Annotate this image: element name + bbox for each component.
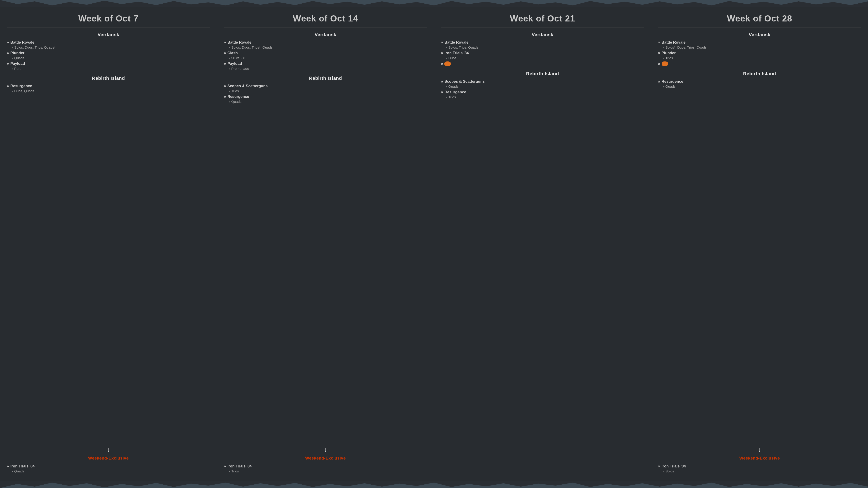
mode-item-2-0-1: »Iron Trials '84›Duos: [441, 51, 644, 60]
week-title-2: Week of Oct 21: [441, 13, 644, 24]
spacer: [658, 93, 861, 442]
mode-sub-1-0-2: ›Promenade: [224, 67, 427, 70]
mode-name-0-0-1: »Plunder: [7, 51, 210, 55]
mode-name-3-1-0: »Resurgence: [658, 79, 861, 84]
map-title-3-0: Verdansk: [658, 32, 861, 37]
mode-sub-2-1-1: ›Trios: [441, 95, 644, 99]
pumpkin-icon: [444, 61, 451, 66]
mode-item-0-0-2: »Payload›Port: [7, 61, 210, 70]
mode-sub-1-1-1: ›Quads: [224, 100, 427, 103]
weekend-mode-item-0-0: »Iron Trials '84›Quads: [7, 464, 210, 473]
divider: [658, 28, 861, 28]
spacer: [224, 108, 427, 442]
map-section-0-0: Verdansk»Battle Royale›Solos, Duos, Trio…: [7, 32, 210, 72]
mode-item-3-1-0: »Resurgence›Quads: [658, 79, 861, 88]
map-title-1-1: Rebirth Island: [224, 75, 427, 81]
mode-sub-1-1-0: ›Trios: [224, 89, 427, 93]
map-title-2-1: Rebirth Island: [441, 71, 644, 76]
mode-item-2-0-0: »Battle Royale›Solos, Trios, Quads: [441, 40, 644, 49]
mode-item-1-1-0: »Scopes & Scatterguns›Trios: [224, 84, 427, 93]
mode-sub-0-0-2: ›Port: [7, 67, 210, 70]
map-section-3-1: Rebirth Island»Resurgence›Quads: [658, 71, 861, 90]
week-column-3: Week of Oct 28Verdansk»Battle Royale›Sol…: [651, 9, 868, 479]
weekend-mode-name-0-0: »Iron Trials '84: [7, 464, 210, 468]
mode-sub-3-0-0: ›Solos*, Duos, Trios, Quads: [658, 45, 861, 49]
mode-item-3-0-2: »: [658, 61, 861, 66]
mode-name-1-0-1: »Clash: [224, 51, 427, 55]
mode-sub-0-0-1: ›Quads: [7, 56, 210, 60]
divider: [7, 28, 210, 28]
divider: [224, 28, 427, 28]
map-section-2-1: Rebirth Island»Scopes & Scatterguns›Quad…: [441, 71, 644, 100]
mode-name-0-0-0: »Battle Royale: [7, 40, 210, 45]
mode-item-3-0-0: »Battle Royale›Solos*, Duos, Trios, Quad…: [658, 40, 861, 49]
mode-name-1-1-1: »Resurgence: [224, 94, 427, 99]
mode-sub-3-1-0: ›Quads: [658, 85, 861, 88]
map-title-0-1: Rebirth Island: [7, 75, 210, 81]
pumpkin-line-2-0-2: »: [441, 61, 644, 66]
pumpkin-icon: [662, 61, 668, 66]
down-arrow-3: ↓: [658, 446, 861, 453]
mode-name-1-1-0: »Scopes & Scatterguns: [224, 84, 427, 88]
weekend-exclusive-label-3: Weekend-Exclusive: [658, 456, 861, 461]
week-title-1: Week of Oct 14: [224, 13, 427, 24]
mode-item-3-0-1: »Plunder›Trios: [658, 51, 861, 60]
mode-name-2-1-0: »Scopes & Scatterguns: [441, 79, 644, 84]
map-section-1-0: Verdansk»Battle Royale›Solos, Duos, Trio…: [224, 32, 427, 72]
weekend-mode-name-1-0: »Iron Trials '84: [224, 464, 427, 468]
weekend-mode-item-1-0: »Iron Trials '84›Trios: [224, 464, 427, 473]
mode-item-1-0-2: »Payload›Promenade: [224, 61, 427, 70]
torn-edge-bottom: [0, 481, 868, 488]
mode-sub-0-1-0: ›Duos, Quads: [7, 89, 210, 93]
map-title-1-0: Verdansk: [224, 32, 427, 37]
mode-sub-2-1-0: ›Quads: [441, 85, 644, 88]
mode-name-3-0-0: »Battle Royale: [658, 40, 861, 45]
mode-item-0-0-1: »Plunder›Quads: [7, 51, 210, 60]
mode-item-1-1-1: »Resurgence›Quads: [224, 94, 427, 103]
mode-name-2-0-0: »Battle Royale: [441, 40, 644, 45]
weekend-exclusive-label-1: Weekend-Exclusive: [224, 456, 427, 461]
torn-edge-top: [0, 0, 868, 7]
mode-name-0-0-2: »Payload: [7, 61, 210, 66]
spacer: [441, 104, 644, 475]
map-section-1-1: Rebirth Island»Scopes & Scatterguns›Trio…: [224, 75, 427, 105]
map-title-3-1: Rebirth Island: [658, 71, 861, 76]
map-section-2-0: Verdansk»Battle Royale›Solos, Trios, Qua…: [441, 32, 644, 67]
mode-item-2-1-1: »Resurgence›Trios: [441, 90, 644, 99]
divider: [441, 28, 644, 28]
mode-sub-3-0-1: ›Trios: [658, 56, 861, 60]
mode-sub-1-0-0: ›Solos, Duos, Trios*, Quads: [224, 45, 427, 49]
mode-name-1-0-0: »Battle Royale: [224, 40, 427, 45]
mode-name-3-0-1: »Plunder: [658, 51, 861, 55]
weekend-mode-sub-3-0: ›Solos: [658, 469, 861, 473]
mode-sub-2-0-1: ›Duos: [441, 56, 644, 60]
mode-sub-0-0-0: ›Solos, Duos, Trios, Quads*: [7, 45, 210, 49]
week-column-2: Week of Oct 21Verdansk»Battle Royale›Sol…: [434, 9, 651, 479]
mode-item-1-0-1: »Clash›50 vs. 50: [224, 51, 427, 60]
map-section-3-0: Verdansk»Battle Royale›Solos*, Duos, Tri…: [658, 32, 861, 67]
mode-sub-2-0-0: ›Solos, Trios, Quads: [441, 45, 644, 49]
week-title-3: Week of Oct 28: [658, 13, 861, 24]
mode-name-2-0-1: »Iron Trials '84: [441, 51, 644, 55]
mode-item-0-1-0: »Resurgence›Duos, Quads: [7, 84, 210, 93]
down-arrow-1: ↓: [224, 446, 427, 453]
mode-sub-1-0-1: ›50 vs. 50: [224, 56, 427, 60]
mode-name-0-1-0: »Resurgence: [7, 84, 210, 88]
week-column-0: Week of Oct 7Verdansk»Battle Royale›Solo…: [0, 9, 217, 479]
mode-name-2-1-1: »Resurgence: [441, 90, 644, 94]
weekend-mode-name-3-0: »Iron Trials '84: [658, 464, 861, 468]
pumpkin-line-3-0-2: »: [658, 61, 861, 66]
weekend-mode-sub-0-0: ›Quads: [7, 469, 210, 473]
mode-name-1-0-2: »Payload: [224, 61, 427, 66]
spacer: [7, 98, 210, 442]
weekend-exclusive-label-0: Weekend-Exclusive: [7, 456, 210, 461]
map-section-0-1: Rebirth Island»Resurgence›Duos, Quads: [7, 75, 210, 94]
map-title-2-0: Verdansk: [441, 32, 644, 37]
main-content: Week of Oct 7Verdansk»Battle Royale›Solo…: [0, 7, 868, 481]
mode-item-2-1-0: »Scopes & Scatterguns›Quads: [441, 79, 644, 88]
weekend-mode-sub-1-0: ›Trios: [224, 469, 427, 473]
mode-item-1-0-0: »Battle Royale›Solos, Duos, Trios*, Quad…: [224, 40, 427, 49]
map-title-0-0: Verdansk: [7, 32, 210, 37]
mode-item-2-0-2: »: [441, 61, 644, 66]
down-arrow-0: ↓: [7, 446, 210, 453]
